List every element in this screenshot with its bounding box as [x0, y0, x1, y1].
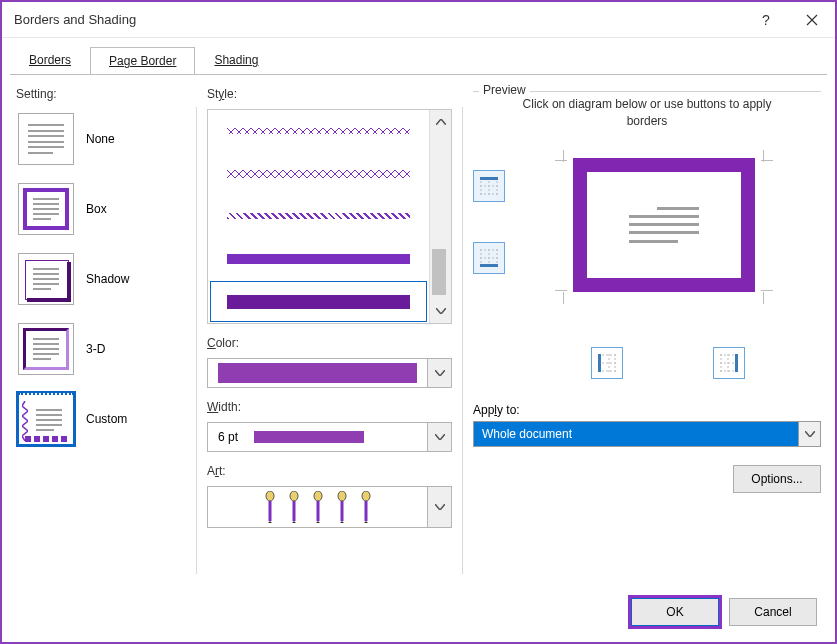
tick-mark: [563, 292, 564, 304]
scroll-up-button[interactable]: [430, 110, 451, 134]
options-button[interactable]: Options...: [733, 465, 821, 493]
border-bottom-button[interactable]: [473, 242, 505, 274]
width-dropdown-button[interactable]: [427, 423, 451, 451]
close-button[interactable]: [789, 2, 835, 38]
apply-to-dropdown-button[interactable]: [798, 422, 820, 446]
preview-panel: Preview Click on diagram below or use bu…: [473, 87, 821, 584]
setting-shadow-icon: [18, 253, 74, 305]
chevron-down-icon: [435, 434, 445, 440]
setting-box[interactable]: Box: [16, 179, 186, 239]
ok-button[interactable]: OK: [631, 598, 719, 626]
style-scrollbar[interactable]: [429, 110, 451, 323]
style-listbox[interactable]: [207, 109, 452, 324]
tick-mark: [761, 160, 773, 161]
tick-mark: [555, 160, 567, 161]
art-feather-icon: [333, 491, 351, 523]
cancel-button[interactable]: Cancel: [729, 598, 817, 626]
setting-3d[interactable]: 3-D: [16, 319, 186, 379]
tab-page-border[interactable]: Page Border: [90, 47, 195, 75]
svg-point-4: [362, 491, 370, 501]
art-dropdown-button[interactable]: [427, 487, 451, 527]
art-feather-icon: [309, 491, 327, 523]
svg-rect-11: [480, 264, 498, 267]
border-top-icon: [478, 175, 500, 197]
chevron-down-icon: [435, 370, 445, 376]
setting-custom-label: Custom: [86, 412, 127, 426]
setting-none[interactable]: None: [16, 109, 186, 169]
preview-hint: Click on diagram below or use buttons to…: [513, 96, 781, 130]
column-divider-1: [196, 107, 197, 574]
scroll-thumb[interactable]: [432, 249, 446, 295]
art-dropdown[interactable]: [207, 486, 452, 528]
setting-custom[interactable]: Custom: [16, 389, 186, 449]
width-label: Width:: [207, 400, 241, 414]
style-thick-solid-1[interactable]: [210, 239, 427, 280]
tab-strip: Borders Page Border Shading: [2, 38, 835, 74]
art-feather-icon: [261, 491, 279, 523]
tab-divider: [10, 74, 827, 75]
setting-none-label: None: [86, 132, 115, 146]
style-label: Style:: [207, 87, 237, 101]
column-divider-2: [462, 107, 463, 574]
style-diagonal-stripe[interactable]: [210, 196, 427, 237]
style-zigzag-thick[interactable]: [210, 154, 427, 195]
apply-to-value: Whole document: [474, 422, 798, 446]
setting-shadow-label: Shadow: [86, 272, 129, 286]
setting-shadow[interactable]: Shadow: [16, 249, 186, 309]
width-dropdown[interactable]: 6 pt: [207, 422, 452, 452]
chevron-down-icon: [436, 308, 446, 314]
color-dropdown-button[interactable]: [427, 359, 451, 387]
border-left-button[interactable]: [591, 347, 623, 379]
border-bottom-icon: [478, 247, 500, 269]
setting-3d-label: 3-D: [86, 342, 105, 356]
tick-mark: [761, 290, 773, 291]
scroll-down-button[interactable]: [430, 299, 451, 323]
svg-point-0: [266, 491, 274, 501]
border-left-icon: [596, 352, 618, 374]
tick-mark: [555, 290, 567, 291]
svg-point-2: [314, 491, 322, 501]
dialog-footer: OK Cancel: [2, 584, 835, 642]
setting-box-label: Box: [86, 202, 107, 216]
border-top-button[interactable]: [473, 170, 505, 202]
art-feather-icon: [357, 491, 375, 523]
preview-canvas: [473, 150, 821, 325]
svg-rect-23: [735, 354, 738, 372]
dialog-window: Borders and Shading ? Borders Page Borde…: [0, 0, 837, 644]
titlebar: Borders and Shading ?: [2, 2, 835, 38]
svg-rect-17: [598, 354, 601, 372]
border-right-button[interactable]: [713, 347, 745, 379]
style-panel: Style:: [207, 87, 452, 584]
setting-3d-icon: [18, 323, 74, 375]
color-swatch: [218, 363, 417, 383]
style-thick-solid-2[interactable]: [210, 281, 427, 322]
tab-borders[interactable]: Borders: [10, 46, 90, 74]
color-label: Color:: [207, 336, 239, 350]
apply-to-label: Apply to:: [473, 403, 520, 417]
scroll-track[interactable]: [432, 134, 450, 299]
setting-panel: Setting: None Box: [16, 87, 186, 584]
window-title: Borders and Shading: [14, 12, 743, 27]
border-right-icon: [718, 352, 740, 374]
help-button[interactable]: ?: [743, 2, 789, 38]
close-icon: [806, 14, 818, 26]
art-label: Art:: [207, 464, 226, 478]
width-swatch: [254, 431, 364, 443]
setting-box-icon: [18, 183, 74, 235]
style-zigzag-thin[interactable]: [210, 111, 427, 152]
svg-point-1: [290, 491, 298, 501]
preview-label: Preview: [479, 83, 530, 97]
setting-none-icon: [18, 113, 74, 165]
color-dropdown[interactable]: [207, 358, 452, 388]
setting-custom-icon: [18, 393, 74, 445]
chevron-down-icon: [435, 504, 445, 510]
svg-rect-5: [480, 177, 498, 180]
tab-shading[interactable]: Shading: [195, 46, 277, 74]
tick-mark: [763, 292, 764, 304]
chevron-down-icon: [805, 431, 815, 437]
page-preview[interactable]: [573, 158, 755, 292]
chevron-up-icon: [436, 119, 446, 125]
apply-to-dropdown[interactable]: Whole document: [473, 421, 821, 447]
setting-label: Setting:: [16, 87, 186, 101]
width-value: 6 pt: [218, 430, 238, 444]
